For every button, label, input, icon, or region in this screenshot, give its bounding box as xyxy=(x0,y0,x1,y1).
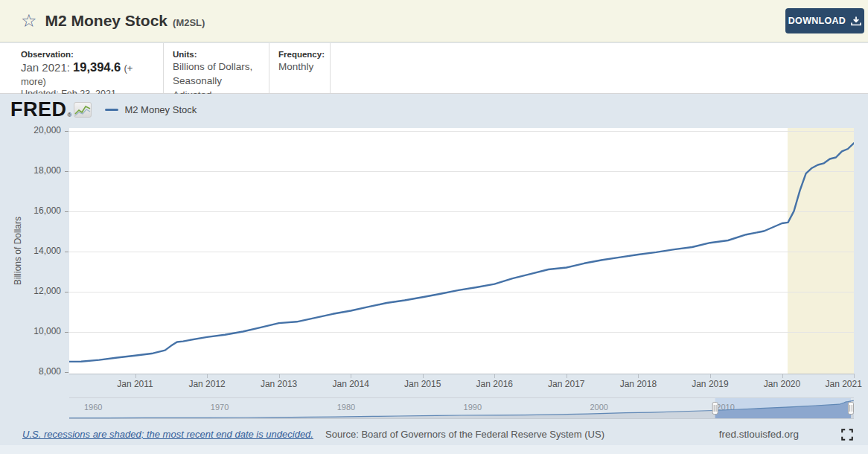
recession-note-link[interactable]: U.S. recessions are shaded; the most rec… xyxy=(22,429,313,440)
download-button-label: DOWNLOAD xyxy=(788,16,846,26)
page-title: M2 Money Stock xyxy=(45,12,168,30)
brand-row: FRED ® M2 Money Stock xyxy=(10,97,197,121)
download-button[interactable]: DOWNLOAD xyxy=(785,8,864,33)
observation-section: Observation: Jan 2021: 19,394.6 (+ more)… xyxy=(21,43,164,93)
title-bar: ☆ M2 Money Stock (M2SL) DOWNLOAD xyxy=(0,0,868,42)
units-label: Units: xyxy=(173,50,258,59)
observation-value-line: Jan 2021: 19,394.6 (+ more) xyxy=(21,60,153,87)
range-navigator[interactable]: 196019701980199020002010 xyxy=(69,397,854,419)
x-tick-label: Jan 2021 xyxy=(825,379,861,389)
x-tick-mark xyxy=(423,374,424,378)
info-bar: Observation: Jan 2021: 19,394.6 (+ more)… xyxy=(0,43,868,94)
legend: M2 Money Stock xyxy=(105,104,197,115)
registered-mark: ® xyxy=(68,112,72,118)
x-tick-mark xyxy=(854,374,855,378)
x-tick-label: Jan 2012 xyxy=(188,379,225,389)
y-tick-mark xyxy=(65,211,68,212)
navigator-year-label: 1980 xyxy=(337,403,355,412)
x-tick-mark xyxy=(279,374,280,378)
navigator-left-handle[interactable] xyxy=(712,403,718,415)
x-tick-mark xyxy=(135,374,136,378)
x-tick-mark xyxy=(782,374,783,378)
x-tick-label: Jan 2020 xyxy=(764,379,800,389)
x-tick-label: Jan 2018 xyxy=(620,379,657,389)
fullscreen-icon[interactable] xyxy=(841,429,853,441)
y-tick-label: 18,000 xyxy=(3,165,61,176)
x-tick-label: Jan 2013 xyxy=(261,379,297,389)
navigator-year-label: 1990 xyxy=(464,403,482,412)
y-tick-label: 10,000 xyxy=(3,326,61,336)
y-tick-label: 12,000 xyxy=(3,286,61,296)
legend-label: M2 Money Stock xyxy=(124,104,197,115)
x-tick-mark xyxy=(494,374,495,378)
y-tick-mark xyxy=(65,171,68,172)
frequency-label: Frequency: xyxy=(278,50,319,59)
x-tick-label: Jan 2016 xyxy=(476,379,513,389)
x-tick-mark xyxy=(207,374,208,378)
navigator-year-label: 2000 xyxy=(590,403,607,412)
frequency-section: Frequency: Monthly xyxy=(269,43,331,93)
y-tick-label: 16,000 xyxy=(3,205,61,216)
fred-graph-page: ☆ M2 Money Stock (M2SL) DOWNLOAD Observa… xyxy=(0,0,868,454)
m2-series-line xyxy=(69,128,854,374)
observation-date: Jan 2021: xyxy=(21,61,70,74)
fred-logo[interactable]: FRED xyxy=(10,98,67,121)
units-value-line1: Billions of Dollars, xyxy=(173,60,258,74)
x-tick-mark xyxy=(710,374,711,378)
fred-logo-chart-icon xyxy=(74,102,92,118)
y-tick-label: 20,000 xyxy=(3,125,61,135)
source-text: Source: Board of Governors of the Federa… xyxy=(325,429,604,440)
x-tick-label: Jan 2015 xyxy=(404,379,441,389)
y-tick-mark xyxy=(65,252,68,252)
x-tick-label: Jan 2014 xyxy=(332,379,368,389)
x-tick-mark xyxy=(567,374,567,378)
observation-label: Observation: xyxy=(21,50,153,59)
navigator-year-label: 1960 xyxy=(84,403,102,412)
navigator-year-label: 1970 xyxy=(211,403,229,412)
x-axis-line xyxy=(69,374,855,374)
observation-value: 19,394.6 xyxy=(73,60,121,74)
y-tick-mark xyxy=(65,292,68,292)
y-tick-mark xyxy=(65,332,68,333)
download-icon xyxy=(851,16,861,26)
navigator-right-handle[interactable] xyxy=(849,403,854,415)
chart-footer: U.S. recessions are shaded; the most rec… xyxy=(0,426,868,444)
bottom-strip xyxy=(0,445,868,454)
favorite-star-icon[interactable]: ☆ xyxy=(21,12,37,30)
x-tick-label: Jan 2011 xyxy=(117,379,153,389)
y-tick-mark xyxy=(65,372,68,373)
x-tick-mark xyxy=(638,374,639,378)
units-section: Units: Billions of Dollars, Seasonally A… xyxy=(164,43,269,93)
x-tick-label: Jan 2017 xyxy=(548,379,584,389)
x-tick-mark xyxy=(351,374,351,378)
x-tick-label: Jan 2019 xyxy=(692,379,728,389)
site-link[interactable]: fred.stlouisfed.org xyxy=(719,429,799,440)
y-tick-label: 14,000 xyxy=(3,246,61,256)
series-id: (M2SL) xyxy=(173,17,205,28)
legend-line-swatch xyxy=(105,109,118,111)
frequency-value: Monthly xyxy=(278,60,319,74)
y-tick-label: 8,000 xyxy=(3,366,61,377)
y-tick-mark xyxy=(65,131,68,132)
chart-card: FRED ® M2 Money Stock Billions of Dollar… xyxy=(0,94,868,454)
